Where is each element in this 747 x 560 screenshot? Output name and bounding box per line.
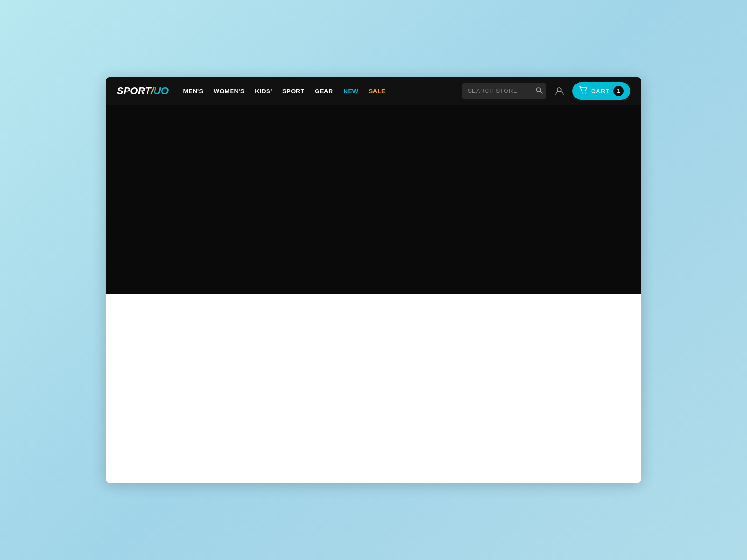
svg-point-2 bbox=[557, 88, 561, 91]
browser-window: SPORT/UO MEN'S WOMEN'S KIDS' SPORT GEAR … bbox=[106, 77, 641, 483]
nav-link-sale[interactable]: SALE bbox=[369, 88, 386, 95]
svg-point-3 bbox=[582, 93, 583, 94]
cart-badge: 1 bbox=[613, 86, 624, 96]
nav-links: MEN'S WOMEN'S KIDS' SPORT GEAR NEW SALE bbox=[183, 88, 462, 95]
search-container bbox=[462, 83, 546, 99]
search-input[interactable] bbox=[462, 83, 546, 99]
logo[interactable]: SPORT/UO bbox=[117, 86, 169, 96]
nav-right: CART 1 bbox=[462, 82, 630, 100]
cart-button[interactable]: CART 1 bbox=[572, 82, 630, 100]
content-area bbox=[106, 294, 641, 483]
nav-link-mens[interactable]: MEN'S bbox=[183, 88, 204, 95]
nav-link-womens[interactable]: WOMEN'S bbox=[214, 88, 245, 95]
nav-link-sport[interactable]: SPORT bbox=[282, 88, 304, 95]
nav-link-new[interactable]: NEW bbox=[344, 88, 359, 95]
account-icon[interactable] bbox=[552, 84, 567, 98]
navbar: SPORT/UO MEN'S WOMEN'S KIDS' SPORT GEAR … bbox=[106, 77, 641, 105]
logo-text: SPORT/UO bbox=[117, 86, 169, 96]
hero-area bbox=[106, 105, 641, 294]
nav-link-kids[interactable]: KIDS' bbox=[255, 88, 272, 95]
nav-link-gear[interactable]: GEAR bbox=[315, 88, 333, 95]
logo-accent: UO bbox=[154, 85, 169, 97]
cart-icon bbox=[579, 86, 587, 96]
svg-point-4 bbox=[585, 93, 586, 94]
cart-label: CART bbox=[591, 88, 610, 95]
